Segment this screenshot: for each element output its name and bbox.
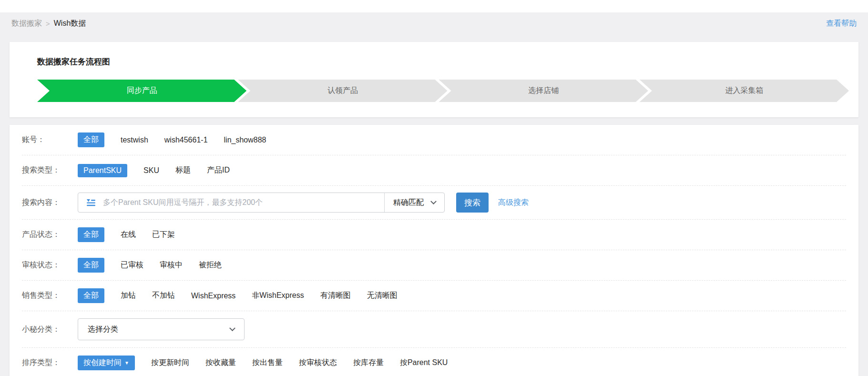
product-status-option-all[interactable]: 全部: [78, 227, 104, 242]
account-options: 全部 testwish wish45661-1 lin_show888: [78, 132, 266, 147]
sale-type-option-not-promoted[interactable]: 不加钻: [152, 288, 175, 303]
sort-option-favorites[interactable]: 按收藏量: [205, 356, 236, 370]
sort-option-create-time[interactable]: 按创建时间 ▼: [78, 356, 135, 370]
account-label: 账号：: [22, 135, 78, 145]
search-type-option-sku[interactable]: SKU: [143, 164, 159, 177]
search-type-option-parentsku[interactable]: ParentSKU: [78, 164, 127, 177]
flow-title: 数据搬家任务流程图: [37, 56, 849, 67]
sort-option-audit-status[interactable]: 按审核状态: [299, 356, 337, 370]
audit-status-option-rejected[interactable]: 被拒绝: [199, 258, 222, 273]
match-mode-value: 精确匹配: [393, 198, 424, 208]
sale-type-options: 全部 加钻 不加钻 WishExpress 非WishExpress 有清晰图 …: [78, 288, 398, 303]
search-type-option-title[interactable]: 标题: [175, 163, 191, 178]
category-select[interactable]: 选择分类: [78, 318, 245, 340]
sale-type-option-promoted[interactable]: 加钻: [121, 288, 136, 303]
sort-option-parent-sku[interactable]: 按Parent SKU: [400, 356, 448, 370]
chevron-down-icon: [430, 198, 437, 204]
view-help-link[interactable]: 查看帮助: [826, 19, 857, 29]
flow-steps: 同步产品 认领产品 选择店铺 进入采集箱: [37, 80, 849, 102]
breadcrumb-separator-icon: >: [46, 20, 50, 28]
search-input-group: 精确匹配: [78, 193, 445, 213]
sale-type-option-wishexpress[interactable]: WishExpress: [191, 289, 235, 303]
sort-option-update-time[interactable]: 按更新时间: [151, 356, 189, 370]
chevron-down-icon: [229, 325, 235, 331]
audit-status-options: 全部 已审核 审核中 被拒绝: [78, 258, 222, 273]
flow-step-enter-collect-box: 进入采集箱: [640, 80, 849, 102]
flow-step-select-store: 选择店铺: [439, 80, 648, 102]
sort-type-label: 排序类型：: [22, 358, 78, 368]
search-type-options: ParentSKU SKU 标题 产品ID: [78, 163, 230, 178]
audit-status-option-all[interactable]: 全部: [78, 258, 104, 273]
sort-option-stock[interactable]: 按库存量: [353, 356, 384, 370]
filter-row-audit-status: 审核状态： 全部 已审核 审核中 被拒绝: [22, 250, 846, 281]
flow-step-claim-products: 认领产品: [238, 80, 447, 102]
breadcrumb-bar: 数据搬家 > Wish数据 查看帮助: [0, 12, 868, 34]
filter-row-category: 小秘分类： 选择分类: [22, 311, 846, 348]
product-status-option-offline[interactable]: 已下架: [152, 227, 175, 242]
filter-row-account: 账号： 全部 testwish wish45661-1 lin_show888: [22, 125, 846, 155]
product-status-option-online[interactable]: 在线: [121, 227, 136, 242]
match-mode-select[interactable]: 精确匹配: [384, 193, 444, 212]
filter-row-sort-type: 排序类型： 按创建时间 ▼ 按更新时间 按收藏量 按出售量 按审核状态 按库存量…: [22, 348, 846, 376]
breadcrumb-parent[interactable]: 数据搬家: [11, 19, 42, 29]
filter-row-product-status: 产品状态： 全部 在线 已下架: [22, 220, 846, 250]
account-option-testwish[interactable]: testwish: [121, 133, 148, 147]
search-content-label: 搜索内容：: [22, 198, 78, 208]
search-button[interactable]: 搜索: [456, 193, 489, 213]
top-strip: [0, 0, 868, 12]
sale-type-option-no-clear-image[interactable]: 无清晰图: [367, 288, 398, 303]
audit-status-label: 审核状态：: [22, 260, 78, 270]
account-option-wish45661-1[interactable]: wish45661-1: [164, 133, 208, 147]
search-type-option-product-id[interactable]: 产品ID: [207, 163, 230, 178]
sort-option-sales[interactable]: 按出售量: [252, 356, 283, 370]
account-option-lin-show888[interactable]: lin_show888: [224, 133, 266, 147]
filter-card: 账号： 全部 testwish wish45661-1 lin_show888 …: [10, 125, 858, 376]
breadcrumb-current: Wish数据: [54, 19, 86, 29]
product-status-label: 产品状态：: [22, 230, 78, 240]
sale-type-option-has-clear-image[interactable]: 有清晰图: [320, 288, 351, 303]
flow-card: 数据搬家任务流程图 同步产品 认领产品 选择店铺 进入采集箱: [10, 42, 858, 117]
filter-row-search-type: 搜索类型： ParentSKU SKU 标题 产品ID: [22, 155, 846, 186]
search-input[interactable]: [103, 193, 384, 212]
sort-option-create-time-label: 按创建时间: [83, 358, 122, 368]
flow-step-sync-products: 同步产品: [37, 80, 246, 102]
sale-type-option-all[interactable]: 全部: [78, 288, 104, 303]
account-option-all[interactable]: 全部: [78, 132, 104, 147]
batch-lines-icon: [78, 193, 103, 212]
search-type-label: 搜索类型：: [22, 165, 78, 175]
sort-type-options: 按创建时间 ▼ 按更新时间 按收藏量 按出售量 按审核状态 按库存量 按Pare…: [78, 356, 448, 370]
advanced-search-link[interactable]: 高级搜索: [498, 198, 529, 208]
sale-type-label: 销售类型：: [22, 291, 78, 301]
filter-row-search-content: 搜索内容： 精确匹配 搜索 高级搜索: [22, 186, 846, 220]
audit-status-option-audited[interactable]: 已审核: [121, 258, 143, 273]
caret-down-icon: ▼: [124, 361, 129, 366]
breadcrumb: 数据搬家 > Wish数据: [11, 19, 86, 29]
filter-row-sale-type: 销售类型： 全部 加钻 不加钻 WishExpress 非WishExpress…: [22, 281, 846, 311]
product-status-options: 全部 在线 已下架: [78, 227, 175, 242]
sale-type-option-non-wishexpress[interactable]: 非WishExpress: [252, 288, 304, 303]
category-select-value: 选择分类: [88, 325, 118, 335]
category-label: 小秘分类：: [22, 325, 78, 335]
audit-status-option-auditing[interactable]: 审核中: [160, 258, 183, 273]
